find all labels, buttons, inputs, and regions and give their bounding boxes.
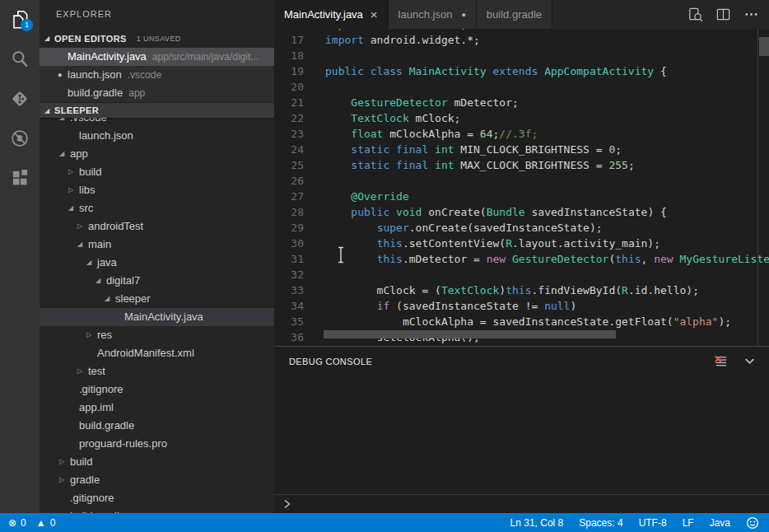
chevron-collapsed-icon: ▷ bbox=[68, 163, 79, 181]
collapse-panel-icon[interactable] bbox=[742, 353, 757, 369]
tab-MainActivity.java[interactable]: MainActivity.java× bbox=[274, 0, 389, 29]
code-line-34[interactable]: 34 if (savedInstanceState != null) bbox=[274, 298, 769, 314]
search-icon[interactable] bbox=[0, 40, 40, 79]
tree-item-.gitignore[interactable]: .gitignore bbox=[40, 489, 274, 507]
tab-label: MainActivity.java bbox=[284, 8, 363, 21]
tree-item-label: androidTest bbox=[88, 217, 143, 236]
tab-build.gradle[interactable]: build.gradle bbox=[477, 0, 552, 29]
tree-item-digital7[interactable]: ◢digital7 bbox=[40, 272, 274, 290]
feedback-smiley-icon[interactable] bbox=[746, 516, 759, 530]
status-problems[interactable]: ⊗ 0 ▲ 0 bbox=[0, 517, 61, 529]
tree-item-label: src bbox=[79, 199, 93, 217]
code-line-21[interactable]: 21 GestureDetector mDetector; bbox=[274, 95, 769, 110]
code-line-31[interactable]: 31 this.mDetector = new GestureDetector(… bbox=[274, 251, 769, 267]
tree-item-app[interactable]: ◢app bbox=[40, 145, 274, 163]
tree-item-label: app.iml bbox=[79, 399, 114, 417]
split-editor-icon[interactable] bbox=[715, 7, 731, 22]
tree-item-label: java bbox=[97, 254, 117, 272]
tree-item-label: sleeper bbox=[115, 290, 151, 308]
code-line-28[interactable]: 28 public void onCreate(Bundle savedInst… bbox=[274, 204, 769, 220]
sidebar-explorer: EXPLORER ◢ OPEN EDITORS 1 UNSAVED MainAc… bbox=[40, 0, 274, 513]
code-line-19[interactable]: 19public class MainActivity extends AppC… bbox=[274, 63, 769, 79]
code-line-26[interactable]: 26 bbox=[274, 173, 769, 189]
panel-title[interactable]: DEBUG CONSOLE bbox=[289, 357, 372, 366]
chevron-expanded-icon: ◢ bbox=[96, 272, 106, 290]
code-line-30[interactable]: 30 this.setContentView(R.layout.activity… bbox=[274, 236, 769, 251]
chevron-expanded-icon: ◢ bbox=[105, 290, 115, 308]
code-line-32[interactable]: 32 bbox=[274, 267, 769, 282]
line-number: 35 bbox=[274, 314, 304, 329]
tree-item-androidTest[interactable]: ▷androidTest bbox=[40, 217, 274, 236]
vertical-scrollbar-thumb[interactable] bbox=[759, 37, 769, 56]
chevron-collapsed-icon: ▷ bbox=[59, 453, 70, 471]
close-icon[interactable]: × bbox=[371, 7, 378, 21]
tree-item-build.gradle[interactable]: build.gradle bbox=[40, 417, 274, 435]
code-line-22[interactable]: 22 TextClock mClock; bbox=[274, 110, 769, 126]
errors-count: 0 bbox=[21, 517, 26, 529]
code-line-23[interactable]: 23 float mClockAlpha = 64;//.3f; bbox=[274, 126, 769, 142]
tree-item-sleeper[interactable]: ◢sleeper bbox=[40, 290, 274, 308]
tree-item-java[interactable]: ◢java bbox=[40, 254, 274, 272]
tree-item-AndroidManifest.xml[interactable]: AndroidManifest.xml bbox=[40, 344, 274, 362]
tree-item-res[interactable]: ▷res bbox=[40, 326, 274, 344]
extensions-icon[interactable] bbox=[0, 158, 40, 198]
line-number: 33 bbox=[274, 282, 304, 298]
tree-item-proguard-rules.pro[interactable]: proguard-rules.pro bbox=[40, 435, 274, 453]
status-language-mode[interactable]: Java bbox=[710, 517, 730, 529]
code-line-29[interactable]: 29 super.onCreate(savedInstanceState); bbox=[274, 220, 769, 236]
tree-item-label: libs bbox=[79, 181, 96, 199]
tree-item-build[interactable]: ▷build bbox=[40, 453, 274, 471]
warnings-icon: ▲ bbox=[36, 517, 46, 529]
tree-item-app.iml[interactable]: app.iml bbox=[40, 399, 274, 417]
tab-launch.json[interactable]: launch.json● bbox=[389, 0, 477, 29]
tree-item-main[interactable]: ◢main bbox=[40, 236, 274, 254]
code-line-17[interactable]: 17import android.widget.*; bbox=[274, 32, 769, 48]
tree-item-label: build.gradle bbox=[70, 507, 125, 513]
tree-item-gradle[interactable]: ▷gradle bbox=[40, 471, 274, 489]
debug-console-input[interactable] bbox=[274, 494, 769, 513]
mouse-ibeam-cursor bbox=[337, 246, 346, 268]
tree-item-test[interactable]: ▷test bbox=[40, 362, 274, 380]
horizontal-scrollbar-thumb[interactable] bbox=[324, 330, 616, 338]
tree-item-build[interactable]: ▷build bbox=[40, 163, 274, 181]
code-line-25[interactable]: 25 static final int MAX_CLOCK_BRIGHTNESS… bbox=[274, 157, 769, 173]
line-number: 23 bbox=[274, 126, 304, 142]
line-number: 21 bbox=[274, 95, 304, 110]
code-line-24[interactable]: 24 static final int MIN_CLOCK_BRIGHTNESS… bbox=[274, 142, 769, 157]
more-actions-icon[interactable] bbox=[743, 7, 759, 22]
code-line-20[interactable]: 20 bbox=[274, 79, 769, 95]
code-line-18[interactable]: 18 bbox=[274, 48, 769, 63]
tree-item-label: launch.json bbox=[79, 127, 133, 145]
tree-section-header[interactable]: ◢ SLEEPER bbox=[40, 103, 274, 118]
code-line-33[interactable]: 33 mClock = (TextClock)this.findViewById… bbox=[274, 282, 769, 298]
line-number: 34 bbox=[274, 298, 304, 314]
line-number: 19 bbox=[274, 63, 304, 79]
status-encoding[interactable]: UTF-8 bbox=[639, 517, 667, 529]
files-icon[interactable]: 1 bbox=[0, 0, 40, 40]
tree-item-MainActivity.java[interactable]: MainActivity.java bbox=[40, 308, 274, 326]
code-line-27[interactable]: 27 @Override bbox=[274, 189, 769, 204]
chevron-expanded-icon: ◢ bbox=[77, 236, 88, 254]
code-line-35[interactable]: 35 mClockAlpha = savedInstanceState.getF… bbox=[274, 314, 769, 329]
vertical-scrollbar[interactable] bbox=[757, 29, 769, 346]
chevron-expanded-icon: ◢ bbox=[59, 145, 70, 163]
tree-item-launch.json[interactable]: launch.json bbox=[40, 127, 274, 145]
open-preview-icon[interactable] bbox=[687, 7, 703, 22]
code-editor[interactable]: 16import android.view.*;17import android… bbox=[274, 29, 769, 346]
tree-item-build.gradle[interactable]: build.gradle bbox=[40, 507, 274, 513]
tab-bar: MainActivity.java×launch.json●build.grad… bbox=[274, 0, 769, 29]
file-tree: ◢.vscodelaunch.json◢app▷build▷libs◢src▷a… bbox=[40, 0, 274, 513]
tree-item-libs[interactable]: ▷libs bbox=[40, 181, 274, 199]
chevron-expanded-icon: ◢ bbox=[86, 254, 97, 272]
workspace-name: SLEEPER bbox=[54, 105, 99, 115]
dirty-dot-icon: ● bbox=[461, 11, 465, 19]
status-cursor-position[interactable]: Ln 31, Col 8 bbox=[510, 517, 564, 529]
status-indentation[interactable]: Spaces: 4 bbox=[579, 517, 622, 529]
status-eol[interactable]: LF bbox=[683, 517, 694, 529]
debug-icon[interactable] bbox=[0, 119, 40, 158]
tree-item-.gitignore[interactable]: .gitignore bbox=[40, 380, 274, 399]
tree-item-label: .gitignore bbox=[70, 489, 114, 507]
clear-console-icon[interactable] bbox=[713, 353, 729, 369]
tree-item-src[interactable]: ◢src bbox=[40, 199, 274, 217]
source-control-icon[interactable] bbox=[0, 79, 40, 119]
